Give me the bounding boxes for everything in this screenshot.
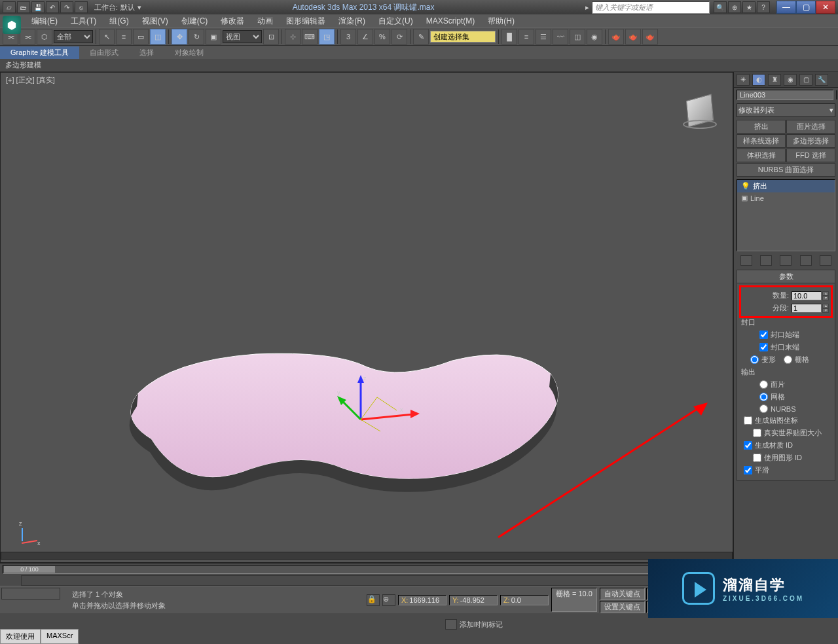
render-frame-icon[interactable]: 🫖 — [625, 29, 641, 45]
gen-matid-checkbox[interactable] — [744, 441, 752, 450]
mod-stack-line[interactable]: ▣Line — [737, 192, 835, 204]
render-setup-icon[interactable]: 🫖 — [608, 29, 624, 45]
smooth-checkbox[interactable] — [744, 466, 752, 474]
show-end-icon[interactable] — [760, 255, 772, 266]
gen-mapping-checkbox[interactable] — [744, 416, 752, 425]
manipulate-icon[interactable]: ⊹ — [285, 29, 301, 45]
help-icon[interactable]: ? — [757, 1, 770, 13]
abs-rel-icon[interactable]: ⊕ — [382, 594, 395, 606]
add-time-tag-label[interactable]: 添加时间标记 — [460, 620, 503, 630]
create-tab-icon[interactable]: ✳ — [737, 74, 750, 86]
menu-views[interactable]: 视图(V) — [137, 14, 173, 28]
spinner-down-icon[interactable]: ▾ — [822, 308, 829, 313]
graphite-tab-paint[interactable]: 对象绘制 — [164, 46, 214, 59]
material-editor-icon[interactable]: ◉ — [587, 29, 602, 45]
percent-snap-icon[interactable]: % — [374, 29, 390, 45]
cap-start-checkbox[interactable] — [759, 331, 768, 339]
render-production-icon[interactable]: 🫖 — [642, 29, 658, 45]
maxscript-mini-icon[interactable] — [1, 588, 60, 599]
menu-edit[interactable]: 编辑(E) — [26, 14, 63, 28]
maximize-button[interactable]: ▢ — [796, 1, 816, 14]
patch-radio[interactable] — [759, 380, 768, 389]
morph-radio[interactable] — [750, 355, 759, 364]
menu-grapheditors[interactable]: 图形编辑器 — [281, 14, 331, 28]
modifier-list-dropdown[interactable]: 修改器列表 ▾ — [737, 103, 835, 117]
select-name-icon[interactable]: ≡ — [116, 29, 132, 45]
move-tool-icon[interactable]: ✥ — [172, 29, 187, 45]
favorite-icon[interactable]: ★ — [742, 1, 756, 13]
new-icon[interactable]: ▱ — [3, 1, 16, 13]
graphite-tab-selection[interactable]: 选择 — [129, 46, 164, 59]
y-coord[interactable]: Y:-48.952 — [449, 595, 498, 605]
use-shapeid-checkbox[interactable] — [753, 454, 761, 462]
mod-btn-nurbs[interactable]: NURBS 曲面选择 — [737, 163, 835, 177]
edit-named-icon[interactable]: ✎ — [413, 29, 429, 45]
mod-btn-ffd[interactable]: FFD 选择 — [786, 149, 835, 162]
close-button[interactable]: ✕ — [816, 1, 835, 14]
graphite-tab-freeform[interactable]: 自由形式 — [79, 46, 129, 59]
binoculars-icon[interactable]: 🔍 — [714, 1, 727, 13]
play-icon[interactable]: ▸ — [585, 3, 589, 12]
graphite-tab-modeling[interactable]: Graphite 建模工具 — [0, 46, 79, 59]
mod-stack-extrude[interactable]: 💡挤出 — [737, 180, 835, 192]
time-tag-icon[interactable] — [445, 619, 457, 630]
menu-group[interactable]: 组(G) — [104, 14, 134, 28]
curve-editor-icon[interactable]: 〰 — [553, 29, 568, 45]
segments-spinner[interactable]: ▴▾ — [792, 304, 829, 313]
comm-center-icon[interactable]: ⊕ — [728, 1, 741, 13]
configure-icon[interactable] — [820, 255, 831, 266]
modifier-stack[interactable]: 💡挤出 ▣Line — [737, 179, 835, 251]
display-tab-icon[interactable]: ▢ — [799, 74, 812, 86]
pin-stack-icon[interactable] — [740, 255, 752, 266]
scale-tool-icon[interactable]: ▣ — [206, 29, 221, 45]
menu-rendering[interactable]: 渲染(R) — [333, 14, 371, 28]
select-tool-icon[interactable]: ↖ — [99, 29, 115, 45]
z-coord[interactable]: Z:0.0 — [500, 595, 549, 605]
viewport-label[interactable]: [+] [正交] [真实] — [6, 75, 55, 85]
mod-btn-patch[interactable]: 面片选择 — [786, 120, 835, 134]
mirror-icon[interactable]: ▐▌ — [501, 29, 517, 45]
schematic-icon[interactable]: ◫ — [570, 29, 585, 45]
rotate-tool-icon[interactable]: ↻ — [189, 29, 204, 45]
spinner-down-icon[interactable]: ▾ — [822, 296, 829, 300]
make-unique-icon[interactable] — [780, 255, 792, 266]
select-region-icon[interactable]: ▭ — [133, 29, 149, 45]
grid-radio[interactable] — [784, 355, 792, 364]
modify-tab-icon[interactable]: ◐ — [752, 74, 765, 86]
app-menu-icon[interactable]: ⬢ — [3, 16, 21, 34]
keyboard-icon[interactable]: ⌨ — [302, 29, 318, 45]
undo-icon[interactable]: ↶ — [46, 1, 59, 13]
amount-input[interactable] — [792, 291, 822, 300]
named-selection-input[interactable] — [430, 31, 496, 43]
menu-customize[interactable]: 自定义(U) — [373, 14, 418, 28]
nurbs-radio[interactable] — [759, 404, 768, 413]
angle-snap-icon[interactable]: ∠ — [357, 29, 373, 45]
unlink-tool-icon[interactable]: ⫘ — [20, 29, 35, 45]
reference-coord-dropdown[interactable]: 视图 — [223, 30, 262, 43]
hierarchy-tab-icon[interactable]: ♜ — [768, 74, 781, 86]
segments-input[interactable] — [792, 304, 822, 313]
menu-help[interactable]: 帮助(H) — [483, 14, 520, 28]
maxscript-tab-button[interactable]: MAXScr — [41, 629, 79, 644]
real-world-checkbox[interactable] — [753, 429, 761, 437]
snap-3d-icon[interactable]: 3 — [340, 29, 356, 45]
mod-btn-spline[interactable]: 样条线选择 — [737, 134, 786, 148]
move-gizmo[interactable]: z y x — [335, 374, 426, 439]
mesh-radio[interactable] — [759, 393, 768, 401]
save-icon[interactable]: 💾 — [31, 1, 45, 13]
selection-filter-dropdown[interactable]: 全部 — [54, 30, 93, 43]
pivot-icon[interactable]: ⊡ — [263, 29, 279, 45]
help-search-input[interactable]: 键入关键字或短语 — [592, 1, 710, 14]
lock-icon[interactable]: 🔒 — [367, 594, 380, 606]
set-key-button[interactable]: 设置关键点 — [600, 601, 645, 613]
menu-animation[interactable]: 动画 — [252, 14, 278, 28]
mod-btn-vol[interactable]: 体积选择 — [737, 149, 786, 162]
cap-end-checkbox[interactable] — [759, 343, 768, 351]
link-icon[interactable]: ⎋ — [75, 1, 88, 13]
menu-maxscript[interactable]: MAXScript(M) — [421, 15, 481, 27]
spinner-up-icon[interactable]: ▴ — [822, 304, 829, 308]
mod-btn-extrude[interactable]: 挤出 — [737, 120, 786, 134]
utilities-tab-icon[interactable]: 🔧 — [815, 74, 828, 86]
auto-key-button[interactable]: 自动关键点 — [600, 588, 645, 600]
object-name-input[interactable] — [737, 90, 833, 100]
